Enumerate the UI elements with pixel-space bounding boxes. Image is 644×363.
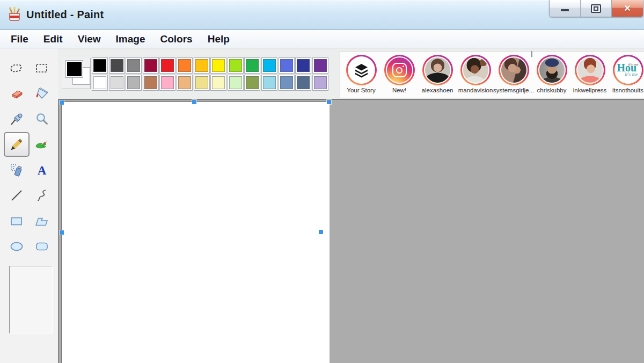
palette-swatch-row1-1[interactable] xyxy=(109,57,125,74)
close-button[interactable] xyxy=(611,0,643,17)
menu-item-file[interactable]: File xyxy=(3,31,36,48)
palette-swatch-row1-2[interactable] xyxy=(126,57,142,74)
palette-swatch-row1-12[interactable] xyxy=(295,57,311,74)
selection-handle-top-center[interactable] xyxy=(192,100,196,104)
tool-select[interactable] xyxy=(29,56,55,81)
story-alexashoen[interactable]: alexashoen xyxy=(422,55,453,98)
tool-free-form-select[interactable] xyxy=(4,56,30,81)
window-controls xyxy=(549,0,643,17)
selection-handle-middle-left[interactable] xyxy=(60,230,64,235)
tool-eraser[interactable] xyxy=(4,81,30,106)
story-ring xyxy=(384,55,415,85)
palette-swatch-row2-9[interactable] xyxy=(244,75,260,91)
window-title: Untitled - Paint xyxy=(26,9,104,21)
palette-swatch-row2-13[interactable] xyxy=(312,75,328,91)
airbrush-icon xyxy=(10,163,24,177)
tool-airbrush[interactable] xyxy=(4,158,30,183)
palette-swatch-row1-7[interactable] xyxy=(210,57,226,74)
palette-swatch-row2-12[interactable] xyxy=(295,75,311,91)
tool-curve[interactable] xyxy=(29,183,55,208)
palette-swatch-row2-8[interactable] xyxy=(228,75,244,91)
menu-item-image[interactable]: Image xyxy=(108,31,153,48)
eraser-icon xyxy=(9,86,24,100)
tool-line[interactable] xyxy=(4,183,30,208)
palette-swatch-row1-11[interactable] xyxy=(279,57,295,74)
story-new[interactable]: New! xyxy=(384,55,415,98)
palette-swatch-row1-5[interactable] xyxy=(177,57,193,74)
canvas[interactable] xyxy=(61,101,330,363)
tool-magnifier[interactable] xyxy=(29,107,55,132)
menu-item-colors[interactable]: Colors xyxy=(153,31,200,48)
palette-swatch-row2-5[interactable] xyxy=(177,75,193,91)
menu-bar: FileEditViewImageColorsHelp xyxy=(0,30,644,48)
tool-pick-color[interactable] xyxy=(4,107,30,132)
palette-swatch-row1-13[interactable] xyxy=(312,57,328,74)
palette-swatch-row2-4[interactable] xyxy=(159,75,175,91)
minimize-icon xyxy=(561,9,569,11)
svg-text:A: A xyxy=(37,164,46,177)
story-your-story[interactable]: Your Story xyxy=(346,55,377,98)
story-ring xyxy=(460,55,491,85)
palette-swatch-row2-6[interactable] xyxy=(194,75,210,91)
selection-handle-top-left[interactable] xyxy=(60,100,64,105)
tool-fill[interactable] xyxy=(29,81,55,106)
paint-app-icon[interactable] xyxy=(5,6,21,24)
palette-swatch-row2-0[interactable] xyxy=(92,75,108,91)
minimize-button[interactable] xyxy=(550,0,580,17)
tool-ellipse[interactable] xyxy=(4,234,30,259)
palette-swatch-row2-1[interactable] xyxy=(109,75,125,91)
menu-item-view[interactable]: View xyxy=(70,31,108,48)
palette-swatch-row2-7[interactable] xyxy=(210,75,226,91)
text-icon: A xyxy=(35,163,49,177)
story-ring xyxy=(499,55,529,85)
story-label: alexashoen xyxy=(422,87,453,93)
tool-text[interactable]: A xyxy=(29,158,55,183)
title-bar: Untitled - Paint xyxy=(0,0,644,30)
current-colors-indicator xyxy=(62,58,91,89)
palette-swatch-row1-3[interactable] xyxy=(143,57,159,74)
palette-swatch-row2-3[interactable] xyxy=(143,75,159,91)
story-avatar-chriskubby xyxy=(539,57,565,83)
tool-brush[interactable] xyxy=(29,132,55,157)
story-systemsgirlje[interactable]: systemsgirlje... xyxy=(498,55,529,98)
restore-button[interactable] xyxy=(580,0,611,17)
select-icon xyxy=(34,61,49,75)
palette-swatch-row1-8[interactable] xyxy=(228,57,244,74)
tool-polygon[interactable] xyxy=(29,209,55,234)
story-itsnothouits[interactable]: it's notHouit's meitsnothouits xyxy=(612,55,643,98)
fill-icon xyxy=(34,86,49,100)
story-inkwellpress[interactable]: inkwellpress xyxy=(574,55,605,98)
palette-swatch-row1-10[interactable] xyxy=(261,57,277,74)
palette-swatch-row1-6[interactable] xyxy=(194,57,210,74)
palette-swatch-row1-0[interactable] xyxy=(92,57,108,74)
selection-handle-top-right[interactable] xyxy=(327,100,331,104)
story-avatar-itsnothouits: it's notHouit's me xyxy=(616,57,641,83)
palette-swatch-row1-4[interactable] xyxy=(159,57,175,74)
story-label: chriskubby xyxy=(537,87,567,93)
foreground-color-chip[interactable] xyxy=(65,60,83,78)
menu-item-edit[interactable]: Edit xyxy=(36,31,70,48)
palette-swatch-row1-9[interactable] xyxy=(244,57,260,74)
tool-rounded-rectangle[interactable] xyxy=(29,234,55,259)
instagram-camera-icon xyxy=(392,63,407,77)
story-mandavision[interactable]: mandavision xyxy=(460,55,491,98)
menu-item-help[interactable]: Help xyxy=(200,31,237,48)
story-ring: it's notHouit's me xyxy=(613,55,643,85)
palette-swatch-row2-10[interactable] xyxy=(261,75,277,91)
cursor-artifact xyxy=(531,51,532,57)
pencil-icon xyxy=(9,137,24,152)
palette-swatch-row2-11[interactable] xyxy=(279,75,295,91)
palette-swatch-row2-2[interactable] xyxy=(126,75,142,91)
tool-rectangle[interactable] xyxy=(4,209,30,234)
restore-icon xyxy=(591,4,601,13)
ellipse-icon xyxy=(9,239,24,253)
hou-logo-bottom: it's me xyxy=(625,72,638,77)
selection-handle-middle-right[interactable] xyxy=(319,230,323,234)
paint-window: Untitled - Paint FileEditViewImageColors… xyxy=(0,0,644,363)
story-chriskubby[interactable]: chriskubby xyxy=(536,55,567,98)
polygon-icon xyxy=(34,214,49,228)
tool-pencil[interactable] xyxy=(4,132,30,157)
rectangle-icon xyxy=(9,214,24,228)
tool-grid: A xyxy=(4,55,54,259)
rounded-rectangle-icon xyxy=(34,239,49,253)
